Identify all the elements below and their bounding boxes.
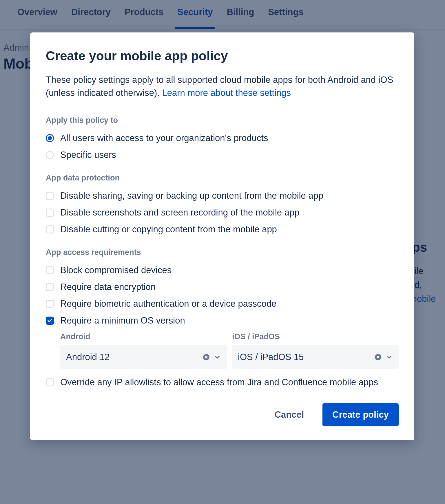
check-icon — [47, 318, 52, 323]
checkbox-require-biometric-label: Require biometric authentication or a de… — [60, 299, 276, 309]
checkbox-block-compromised-label: Block compromised devices — [60, 265, 172, 275]
checkbox-require-encryption-label: Require data encryption — [60, 282, 156, 292]
checkbox-disable-copy[interactable] — [46, 225, 54, 233]
checkbox-disable-sharing-label: Disable sharing, saving or backing up co… — [60, 191, 323, 201]
android-select[interactable]: Android 12 — [60, 345, 227, 369]
apply-to-label: Apply this policy to — [46, 116, 399, 125]
radio-all-users-label: All users with access to your organizati… — [60, 133, 268, 143]
access-reqs-label: App access requirements — [46, 248, 399, 257]
checkbox-require-min-os[interactable] — [46, 317, 54, 325]
android-select-value: Android 12 — [66, 352, 199, 362]
checkbox-block-compromised[interactable] — [46, 266, 54, 274]
modal-title: Create your mobile app policy — [46, 49, 399, 63]
radio-all-users[interactable] — [46, 134, 54, 142]
data-protection-label: App data protection — [46, 174, 399, 182]
radio-specific-users-label: Specific users — [60, 150, 116, 160]
checkbox-require-encryption[interactable] — [46, 283, 54, 291]
checkbox-require-min-os-label: Require a minimum OS version — [60, 315, 185, 326]
create-policy-button[interactable]: Create policy — [322, 403, 399, 426]
ios-select-value: iOS / iPadOS 15 — [238, 352, 371, 362]
clear-icon[interactable] — [203, 353, 210, 361]
checkbox-disable-screenshots[interactable] — [46, 209, 54, 217]
checkbox-disable-sharing[interactable] — [46, 192, 54, 200]
android-select-label: Android — [60, 332, 227, 341]
ios-select-label: iOS / iPadOS — [232, 332, 399, 341]
checkbox-override-ip-label: Override any IP allowlists to allow acce… — [60, 377, 378, 388]
chevron-down-icon[interactable] — [385, 353, 393, 361]
ios-select[interactable]: iOS / iPadOS 15 — [232, 345, 399, 369]
checkbox-disable-screenshots-label: Disable screenshots and screen recording… — [60, 207, 299, 218]
chevron-down-icon[interactable] — [214, 353, 221, 361]
checkbox-require-biometric[interactable] — [46, 300, 54, 308]
checkbox-override-ip[interactable] — [46, 378, 54, 386]
clear-icon[interactable] — [374, 353, 382, 361]
learn-more-link[interactable]: Learn more about these settings — [162, 88, 291, 98]
checkbox-disable-copy-label: Disable cutting or copying content from … — [60, 224, 277, 235]
create-mobile-policy-modal: Create your mobile app policy These poli… — [30, 32, 414, 440]
radio-specific-users[interactable] — [46, 151, 54, 159]
modal-description: These policy settings apply to all suppo… — [46, 74, 399, 100]
cancel-button[interactable]: Cancel — [265, 403, 314, 426]
